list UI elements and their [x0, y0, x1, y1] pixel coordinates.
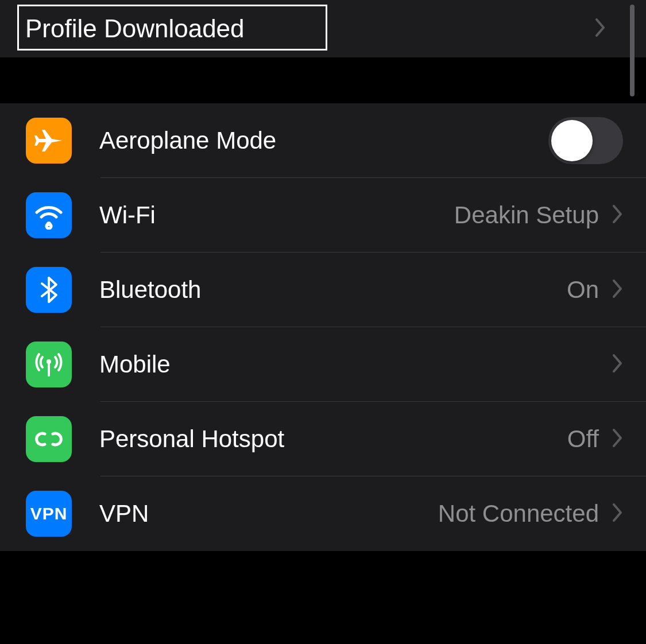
mobile-label: Mobile	[99, 351, 171, 378]
chevron-right-icon	[613, 352, 623, 378]
section-gap	[0, 57, 646, 103]
vpn-label: VPN	[99, 500, 149, 527]
vpn-icon-text: VPN	[30, 504, 68, 523]
aeroplane-mode-toggle[interactable]	[548, 117, 623, 164]
bottom-gap	[0, 551, 646, 606]
airplane-icon	[26, 118, 72, 164]
personal-hotspot-label: Personal Hotspot	[99, 425, 284, 453]
profile-downloaded-label: Profile Downloaded	[25, 14, 245, 43]
settings-list: Aeroplane Mode Wi-Fi Deakin Setup Blueto…	[0, 103, 646, 551]
chevron-right-icon	[613, 426, 623, 452]
vpn-row[interactable]: VPN VPN Not Connected	[26, 476, 646, 551]
hotspot-icon	[26, 416, 72, 462]
aeroplane-mode-label: Aeroplane Mode	[99, 127, 276, 154]
scrollbar[interactable]	[630, 5, 635, 96]
chevron-right-icon	[613, 501, 623, 527]
chevron-right-icon	[595, 16, 606, 42]
antenna-icon	[26, 342, 72, 387]
vpn-value: Not Connected	[438, 500, 599, 527]
wifi-icon	[26, 192, 72, 238]
toggle-knob	[551, 120, 593, 161]
chevron-right-icon	[613, 203, 623, 228]
vpn-icon: VPN	[26, 491, 72, 537]
aeroplane-mode-row[interactable]: Aeroplane Mode	[26, 103, 646, 178]
personal-hotspot-value: Off	[567, 425, 599, 453]
profile-downloaded-row[interactable]: Profile Downloaded	[0, 0, 646, 57]
wifi-value: Deakin Setup	[454, 201, 599, 229]
bluetooth-icon	[26, 267, 72, 313]
bluetooth-row[interactable]: Bluetooth On	[26, 253, 646, 327]
personal-hotspot-row[interactable]: Personal Hotspot Off	[26, 402, 646, 476]
mobile-row[interactable]: Mobile	[26, 327, 646, 402]
chevron-right-icon	[613, 277, 623, 303]
bluetooth-value: On	[567, 276, 599, 304]
wifi-label: Wi-Fi	[99, 201, 156, 229]
wifi-row[interactable]: Wi-Fi Deakin Setup	[26, 178, 646, 253]
bluetooth-label: Bluetooth	[99, 276, 201, 304]
svg-point-0	[47, 222, 51, 226]
